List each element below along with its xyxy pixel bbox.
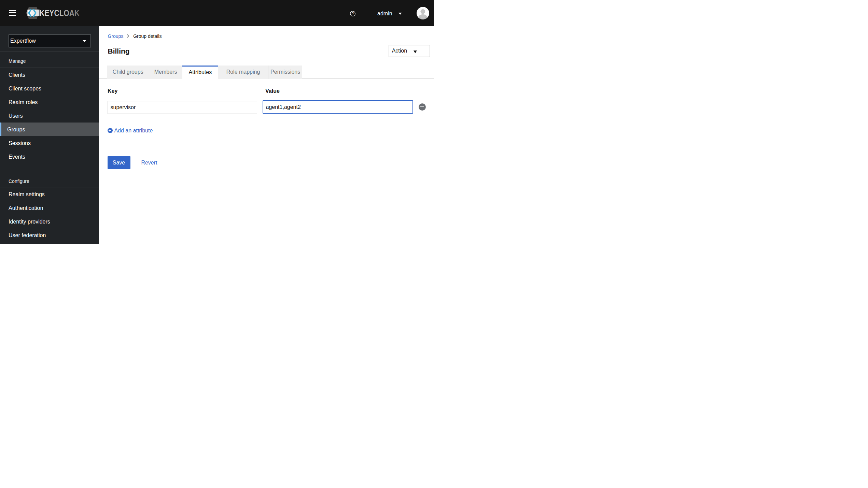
svg-text:?: ? (352, 11, 354, 15)
svg-text:KEYCLOAK: KEYCLOAK (40, 8, 80, 18)
